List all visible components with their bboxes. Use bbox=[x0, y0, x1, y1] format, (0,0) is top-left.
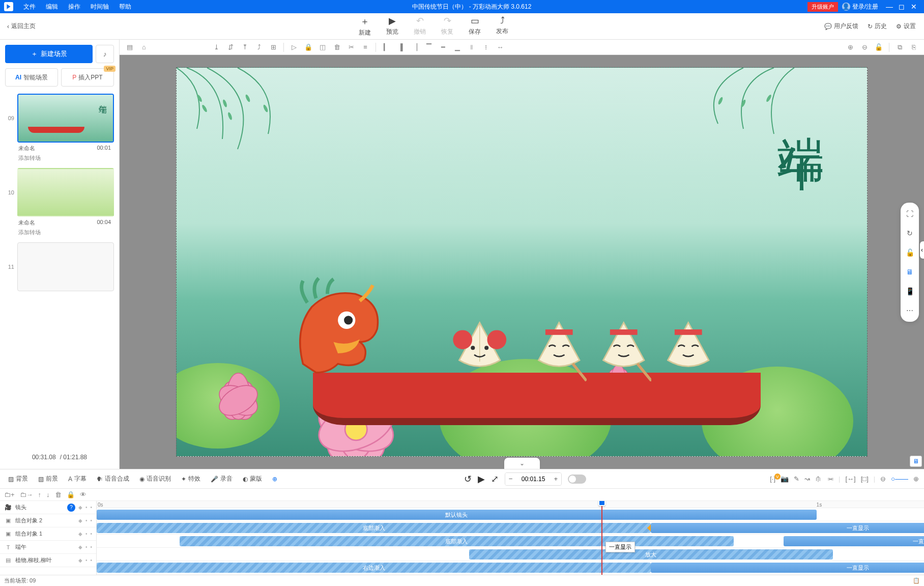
add-transition-button[interactable]: 添加转场 bbox=[5, 227, 114, 238]
timeline-ruler[interactable]: 0s 1s bbox=[97, 501, 924, 508]
undo-button[interactable]: ↶撤销 bbox=[414, 15, 426, 37]
publish-button[interactable]: ⤴发布 bbox=[496, 15, 508, 37]
menu-timeline[interactable]: 时间轴 bbox=[85, 3, 114, 11]
feedback-button[interactable]: 💬用户反馈 bbox=[824, 22, 858, 31]
preview-button[interactable]: ▶预览 bbox=[386, 15, 398, 37]
bracket-icon[interactable]: [↔] bbox=[845, 475, 855, 483]
time-minus-button[interactable]: − bbox=[505, 473, 516, 485]
expand-button[interactable]: ⤢ bbox=[491, 473, 499, 485]
copy-icon[interactable]: ⧉ bbox=[893, 41, 906, 53]
time-input[interactable]: − 00:01.15 + bbox=[505, 472, 562, 486]
track-row[interactable]: 🎥镜头?◆•• bbox=[0, 501, 96, 514]
align-right-icon[interactable]: ▕ bbox=[409, 41, 421, 53]
track-row[interactable]: ▣组合对象 1◆•• bbox=[0, 527, 96, 541]
more-button[interactable]: ⊕ bbox=[269, 476, 280, 483]
zoom-in-icon[interactable]: ⊕ bbox=[844, 41, 856, 53]
align-middle-icon[interactable]: ━ bbox=[437, 41, 449, 53]
layers-icon[interactable]: ▤ bbox=[124, 41, 136, 53]
close-button[interactable]: ✕ bbox=[908, 3, 920, 11]
effect-tab[interactable]: ✦特效 bbox=[178, 475, 204, 483]
timeline-bar[interactable]: 放大 bbox=[469, 549, 833, 560]
asr-tab[interactable]: ◉语音识别 bbox=[136, 475, 174, 483]
align-icon[interactable]: ≡ bbox=[359, 41, 371, 53]
align-icon[interactable]: ⤒ bbox=[239, 41, 251, 53]
filter-icon[interactable]: ⫛ bbox=[815, 475, 822, 483]
menu-edit[interactable]: 编辑 bbox=[41, 3, 63, 11]
display-toggle-button[interactable]: 🖥 bbox=[910, 456, 922, 467]
fullscreen-icon[interactable]: ⛶ bbox=[904, 208, 916, 220]
new-scene-button[interactable]: ＋新建场景 bbox=[5, 45, 93, 63]
tool-icon[interactable]: [·]V bbox=[770, 475, 775, 483]
more-icon[interactable]: ⋯ bbox=[904, 304, 916, 317]
lock-icon[interactable]: 🔓 bbox=[873, 41, 885, 53]
paste-icon[interactable]: 📋 bbox=[913, 577, 920, 584]
timeline-bar[interactable]: 一直显示 bbox=[784, 536, 924, 546]
clip-icon[interactable]: ✂ bbox=[345, 41, 357, 53]
time-plus-button[interactable]: + bbox=[550, 473, 561, 485]
timeline-bar[interactable]: 底部渐入 bbox=[97, 523, 651, 533]
add-folder-icon[interactable]: 🗀+ bbox=[4, 491, 15, 498]
toggle-switch[interactable] bbox=[568, 475, 586, 484]
desktop-view-icon[interactable]: 🖥 bbox=[904, 266, 916, 278]
zoom-out-icon[interactable]: ⊖ bbox=[858, 41, 871, 53]
bracket-icon[interactable]: [□] bbox=[861, 475, 869, 483]
track-lane[interactable]: 默认镜头 bbox=[97, 508, 924, 521]
timeline-bar[interactable]: 底部渐入 bbox=[180, 536, 734, 546]
lock-icon[interactable]: 🔒 bbox=[67, 491, 75, 498]
delete-icon[interactable]: 🗑 bbox=[55, 491, 62, 498]
canvas[interactable]: 端午 bbox=[176, 67, 868, 457]
group-icon[interactable]: ◫ bbox=[316, 41, 329, 53]
upgrade-button[interactable]: 升级账户 bbox=[807, 2, 838, 12]
add-transition-button[interactable]: 添加转场 bbox=[5, 152, 114, 164]
flip-icon[interactable]: ▷ bbox=[288, 41, 300, 53]
tts-tab[interactable]: 🗣语音合成 bbox=[94, 475, 132, 483]
add-item-icon[interactable]: 🗀→ bbox=[20, 491, 33, 498]
lock-icon[interactable]: 🔒 bbox=[302, 41, 314, 53]
track-lane[interactable]: 底部渐入一直显示 bbox=[97, 535, 924, 548]
align-icon[interactable]: ⤴ bbox=[253, 41, 265, 53]
unlock-icon[interactable]: 🔓 bbox=[904, 246, 916, 259]
move-down-icon[interactable]: ↓ bbox=[46, 491, 50, 498]
new-button[interactable]: ＋新建 bbox=[359, 15, 371, 37]
canvas-title-text[interactable]: 端午 bbox=[769, 99, 832, 119]
track-row[interactable]: T端午◆•• bbox=[0, 541, 96, 554]
align-left-icon[interactable]: ▎ bbox=[380, 41, 392, 53]
insert-ppt-button[interactable]: P插入PPTVIP bbox=[61, 68, 114, 87]
save-button[interactable]: ▭保存 bbox=[469, 15, 481, 37]
help-icon[interactable]: ? bbox=[67, 504, 75, 512]
camera-icon[interactable]: 📷 bbox=[781, 475, 789, 483]
track-lane[interactable]: 底部渐入一直显示 bbox=[97, 521, 924, 535]
zoom-out-icon[interactable]: ⊖ bbox=[880, 475, 886, 483]
menu-action[interactable]: 操作 bbox=[63, 3, 85, 11]
track-row[interactable]: ▣组合对象 2◆•• bbox=[0, 514, 96, 527]
zoom-slider[interactable]: ○—— bbox=[891, 475, 908, 483]
align-icon[interactable]: ⤓ bbox=[210, 41, 222, 53]
link-icon[interactable]: ⫘ bbox=[827, 475, 833, 483]
zoom-in-icon[interactable]: ⊕ bbox=[913, 475, 919, 483]
scene-thumbnail[interactable]: 端午 bbox=[17, 94, 114, 143]
edit-icon[interactable]: ✎ bbox=[794, 475, 799, 483]
align-center-icon[interactable]: ▐ bbox=[394, 41, 407, 53]
visibility-icon[interactable]: 👁 bbox=[80, 491, 86, 498]
redo-button[interactable]: ↷恢复 bbox=[441, 15, 453, 37]
path-icon[interactable]: ↝ bbox=[804, 475, 810, 483]
timeline-tracks[interactable]: 0s 1s 默认镜头底部渐入一直显示底部渐入一直显示放大一直显右边渐入一直显示 … bbox=[97, 501, 924, 575]
spacing-icon[interactable]: ↔ bbox=[494, 41, 506, 53]
distribute-icon[interactable]: ⫶ bbox=[480, 41, 492, 53]
record-tab[interactable]: 🎤录音 bbox=[208, 475, 236, 483]
settings-button[interactable]: ⚙设置 bbox=[896, 22, 916, 31]
scene-thumbnail[interactable] bbox=[17, 168, 114, 217]
minimize-button[interactable]: — bbox=[883, 3, 896, 11]
fg-tab[interactable]: ▧前景 bbox=[35, 475, 61, 483]
collapse-button[interactable]: ⌄ bbox=[504, 458, 540, 469]
back-home-button[interactable]: ‹ 返回主页 bbox=[0, 22, 43, 31]
rewind-button[interactable]: ↺ bbox=[464, 473, 472, 485]
delete-icon[interactable]: 🗑 bbox=[331, 41, 343, 53]
menu-file[interactable]: 文件 bbox=[18, 3, 41, 11]
track-lane[interactable]: 放大一直显 bbox=[97, 548, 924, 561]
track-lane[interactable]: 右边渐入一直显示 bbox=[97, 561, 924, 574]
paste-icon[interactable]: ⎘ bbox=[908, 41, 920, 53]
align-top-icon[interactable]: ▔ bbox=[423, 41, 435, 53]
align-bottom-icon[interactable]: ▁ bbox=[451, 41, 464, 53]
align-icon[interactable]: ⇵ bbox=[224, 41, 237, 53]
